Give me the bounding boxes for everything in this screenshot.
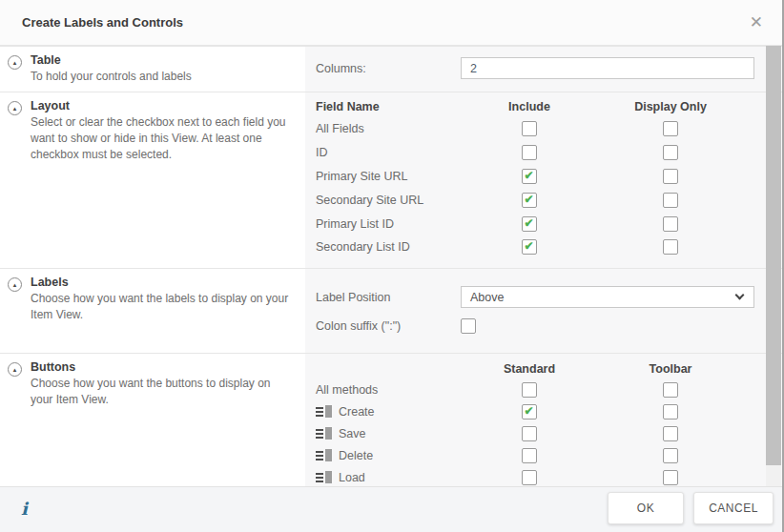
section-desc-table: To hold your controls and labels	[31, 69, 192, 85]
columns-label: Columns:	[316, 62, 461, 75]
chevron-down-icon	[735, 291, 745, 300]
standard-checkbox[interactable]	[522, 382, 537, 398]
field-row-name: All Fields	[316, 122, 472, 135]
include-header: Include	[508, 100, 550, 113]
display-only-checkbox[interactable]	[663, 169, 678, 184]
section-title-buttons: Buttons	[31, 360, 296, 374]
field-row-name: Secondary Site URL	[316, 194, 472, 207]
include-checkbox[interactable]	[522, 193, 537, 208]
display-only-checkbox[interactable]	[663, 145, 678, 160]
display-only-header: Display Only	[634, 100, 707, 113]
standard-checkbox[interactable]	[522, 448, 537, 463]
include-checkbox[interactable]	[522, 216, 537, 232]
cancel-button[interactable]: CANCEL	[693, 492, 774, 524]
methods-table: Standard Toolbar All methods Create Save	[316, 354, 754, 486]
toolbar-checkbox[interactable]	[663, 470, 678, 485]
display-only-checkbox[interactable]	[663, 239, 678, 255]
dialog-header: Create Labels and Controls ✕	[0, 0, 784, 46]
toolbar-checkbox[interactable]	[663, 426, 678, 441]
section-buttons-info: ▲ Buttons Choose how you want the button…	[0, 354, 305, 486]
toolbar-header: Toolbar	[650, 362, 692, 376]
section-buttons: ▲ Buttons Choose how you want the button…	[0, 353, 784, 486]
section-layout: ▲ Layout Select or clear the checkbox ne…	[0, 92, 784, 268]
section-desc-labels: Choose how you want the labels to displa…	[31, 291, 296, 323]
section-labels: ▲ Labels Choose how you want the labels …	[0, 268, 784, 353]
method-row-name: Delete	[316, 449, 472, 462]
include-checkbox[interactable]	[522, 121, 537, 136]
info-icon[interactable]: i	[21, 499, 28, 519]
standard-checkbox[interactable]	[522, 404, 537, 419]
field-row-name: ID	[316, 146, 472, 159]
method-icon	[316, 427, 332, 440]
method-row-name: Load	[316, 471, 472, 484]
close-icon[interactable]: ✕	[744, 12, 769, 32]
collapse-table-icon[interactable]: ▲	[8, 55, 22, 70]
field-row-name: Primary Site URL	[316, 170, 472, 183]
label-position-value: Above	[470, 291, 504, 304]
colon-suffix-checkbox[interactable]	[461, 318, 476, 334]
dialog-footer: i OK CANCEL	[0, 486, 784, 532]
section-layout-info: ▲ Layout Select or clear the checkbox ne…	[0, 92, 305, 268]
collapse-buttons-icon[interactable]: ▲	[8, 362, 22, 377]
scrollbar-thumb[interactable]	[766, 46, 781, 465]
collapse-labels-icon[interactable]: ▲	[8, 277, 22, 292]
toolbar-checkbox[interactable]	[663, 382, 678, 398]
display-only-checkbox[interactable]	[663, 121, 678, 136]
method-row-name: All methods	[316, 383, 472, 397]
standard-checkbox[interactable]	[522, 426, 537, 441]
toolbar-checkbox[interactable]	[663, 448, 678, 463]
ok-button[interactable]: OK	[608, 492, 684, 524]
dialog-title: Create Labels and Controls	[22, 15, 183, 30]
fields-table: Field Name Include Display Only All Fiel…	[316, 92, 754, 259]
colon-suffix-label: Colon suffix (":")	[316, 319, 461, 333]
standard-checkbox[interactable]	[522, 470, 537, 485]
method-icon	[316, 405, 332, 418]
create-labels-controls-dialog: Create Labels and Controls ✕ ▲ Table To …	[0, 0, 784, 532]
section-table: ▲ Table To hold your controls and labels…	[0, 46, 784, 92]
section-labels-info: ▲ Labels Choose how you want the labels …	[0, 269, 305, 353]
section-desc-buttons: Choose how you want the buttons to displ…	[31, 376, 296, 408]
section-title-layout: Layout	[31, 99, 296, 113]
section-title-labels: Labels	[31, 276, 296, 289]
method-icon	[316, 449, 332, 461]
field-name-header: Field Name	[316, 100, 472, 113]
toolbar-checkbox[interactable]	[663, 404, 678, 419]
include-checkbox[interactable]	[522, 239, 537, 255]
standard-header: Standard	[504, 362, 555, 376]
display-only-checkbox[interactable]	[663, 193, 678, 208]
field-row-name: Secondary List ID	[316, 240, 472, 254]
method-row-name: Save	[316, 427, 472, 440]
display-only-checkbox[interactable]	[663, 216, 678, 232]
method-row-name: Create	[316, 405, 472, 419]
collapse-layout-icon[interactable]: ▲	[8, 101, 22, 115]
scrollbar-track[interactable]	[766, 46, 781, 486]
label-position-label: Label Position	[316, 291, 461, 304]
section-title-table: Table	[31, 53, 192, 67]
section-table-info: ▲ Table To hold your controls and labels	[0, 47, 305, 92]
field-row-name: Primary List ID	[316, 217, 472, 231]
method-icon	[316, 471, 332, 483]
section-desc-layout: Select or clear the checkbox next to eac…	[31, 114, 296, 162]
label-position-select[interactable]: Above	[461, 286, 754, 308]
columns-input[interactable]	[461, 57, 754, 79]
include-checkbox[interactable]	[522, 169, 537, 184]
include-checkbox[interactable]	[522, 145, 537, 160]
